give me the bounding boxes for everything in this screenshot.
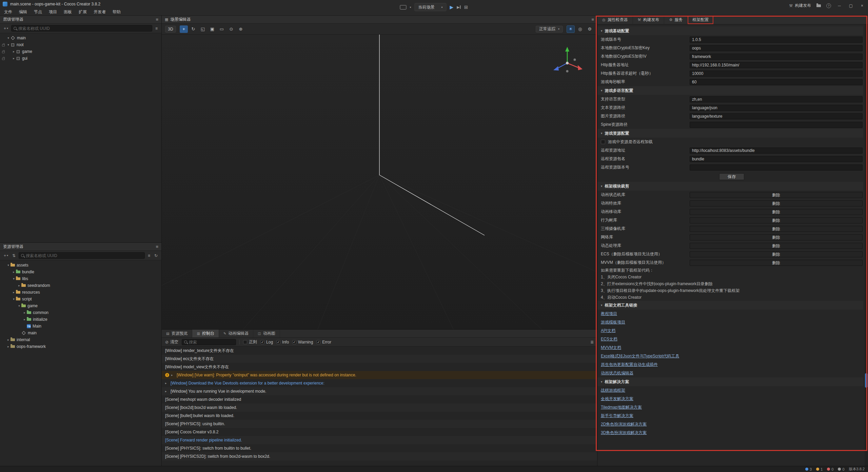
- world-icon[interactable]: ⊕: [237, 25, 245, 33]
- expand-arrow-icon[interactable]: ▸: [6, 338, 11, 341]
- filter-log[interactable]: ✓Log: [260, 340, 273, 345]
- lock-icon[interactable]: [2, 58, 5, 60]
- log-row[interactable]: [Scene] [box2d]:box2d wasm lib loaded.: [162, 404, 597, 412]
- menu-item[interactable]: 项目: [45, 8, 60, 16]
- delete-button[interactable]: 删除: [690, 260, 863, 266]
- expand-arrow-icon[interactable]: ▸: [165, 390, 168, 393]
- section-header[interactable]: ▾框架解决方案: [597, 377, 863, 386]
- mode-3d-button[interactable]: 3D: [165, 26, 176, 33]
- scale-tool-icon[interactable]: ◱: [199, 25, 207, 33]
- delete-button[interactable]: 删除: [690, 251, 863, 257]
- log-row[interactable]: !▸[Window] [Vue warn]: Property "onInput…: [162, 371, 597, 379]
- clear-console-button[interactable]: ⊘ 清空: [165, 339, 178, 345]
- console-tab[interactable]: ✎动画编辑器: [219, 330, 253, 337]
- rotate-tool-icon[interactable]: ↻: [189, 25, 197, 33]
- menu-icon[interactable]: ≡: [591, 17, 594, 22]
- gizmo-mode-select[interactable]: 正常追踪 ▾: [536, 26, 563, 33]
- gear-icon[interactable]: ⚙: [586, 25, 594, 33]
- expand-arrow-icon[interactable]: ▾: [17, 304, 21, 308]
- camera-icon[interactable]: ◎: [576, 25, 584, 33]
- hierarchy-node[interactable]: ▸game: [0, 48, 161, 55]
- add-node-button[interactable]: +▾: [3, 25, 9, 32]
- console-search-input[interactable]: [189, 340, 234, 345]
- checkbox[interactable]: ✓: [276, 340, 280, 344]
- log-row[interactable]: [Scene] Cocos Creator v3.8.2: [162, 428, 597, 436]
- inspector-tab[interactable]: ⚙服务: [664, 16, 688, 24]
- menu-item[interactable]: 扩展: [75, 8, 90, 16]
- scrollbar-thumb[interactable]: [865, 373, 868, 388]
- filter-warning[interactable]: ✓Warning: [292, 340, 313, 345]
- inspector-tab[interactable]: 框架配置: [688, 16, 714, 24]
- move-tool-icon[interactable]: +: [180, 25, 188, 33]
- maximize-button[interactable]: ▢: [848, 3, 854, 8]
- assets-search-input[interactable]: [26, 253, 142, 258]
- expand-arrow-icon[interactable]: ▾: [12, 297, 16, 301]
- play-button[interactable]: ▶: [450, 4, 454, 10]
- refresh-icon[interactable]: ↻: [153, 253, 159, 259]
- property-input[interactable]: [690, 122, 863, 128]
- framework-link[interactable]: 游戏模板项目: [601, 319, 625, 325]
- log-row[interactable]: [Scene] [PHYSICS2D]: switch from box2d-w…: [162, 452, 597, 460]
- error-count[interactable]: 0: [827, 467, 833, 471]
- expand-arrow-icon[interactable]: ▸: [12, 50, 16, 53]
- delete-button[interactable]: 删除: [690, 217, 863, 223]
- hierarchy-node[interactable]: ▾root: [0, 41, 161, 48]
- property-input[interactable]: [690, 164, 863, 171]
- rect-tool-icon[interactable]: ▣: [208, 25, 216, 33]
- expand-arrow-icon[interactable]: ▸: [22, 318, 27, 321]
- menu-icon[interactable]: ≡: [156, 244, 158, 249]
- save-button[interactable]: 保存: [719, 173, 744, 180]
- log-file-icon[interactable]: ≣: [590, 340, 594, 345]
- property-input[interactable]: [690, 54, 863, 60]
- step-button[interactable]: ▶: [457, 5, 460, 9]
- log-row[interactable]: [Window] model_view文件夹不存在: [162, 363, 597, 371]
- log-row[interactable]: [Window] ecs文件夹不存在: [162, 355, 597, 363]
- delete-button[interactable]: 删除: [690, 192, 863, 198]
- expand-arrow-icon[interactable]: ▸: [22, 311, 27, 314]
- close-button[interactable]: ×: [860, 3, 865, 8]
- light-icon[interactable]: ☀: [567, 25, 575, 33]
- log-row[interactable]: ▸[Window] Download the Vue Devtools exte…: [162, 379, 597, 387]
- property-input[interactable]: [690, 96, 863, 102]
- checkbox[interactable]: ✓: [292, 340, 296, 344]
- expand-arrow-icon[interactable]: ▸: [165, 381, 168, 385]
- help-icon[interactable]: ?: [826, 3, 831, 8]
- lock-icon[interactable]: [2, 51, 5, 53]
- assets-searchbox[interactable]: [19, 252, 145, 259]
- asset-node[interactable]: ▸resources: [0, 289, 161, 296]
- menu-item[interactable]: 节点: [31, 8, 45, 16]
- delete-button[interactable]: 删除: [690, 243, 863, 249]
- expand-arrow-icon[interactable]: ▸: [12, 270, 16, 274]
- framework-link[interactable]: 教程项目: [601, 311, 617, 317]
- expand-arrow-icon[interactable]: ▸: [6, 345, 11, 348]
- regex-toggle[interactable]: 正则: [243, 339, 257, 345]
- pivot-icon[interactable]: ⊙: [227, 25, 235, 33]
- menu-item[interactable]: 编辑: [16, 8, 31, 16]
- notice-count[interactable]: 0: [838, 467, 844, 471]
- framework-link[interactable]: 2D角色扮演游戏解决方案: [601, 421, 647, 427]
- framework-link[interactable]: MVVM文档: [601, 345, 621, 351]
- axis-gizmo[interactable]: [548, 43, 585, 80]
- section-header[interactable]: ▾游戏资源配置: [597, 129, 863, 138]
- build-publish-button[interactable]: ⚒构建发布: [789, 3, 811, 8]
- property-input[interactable]: [690, 156, 863, 162]
- filter-icon[interactable]: ≡: [147, 253, 151, 259]
- sort-icon[interactable]: ⇅: [11, 253, 17, 259]
- asset-node[interactable]: ▸common: [0, 309, 161, 316]
- log-row[interactable]: [Scene] [PHYSICS]: using builtin.: [162, 420, 597, 428]
- hierarchy-searchbox[interactable]: [11, 25, 152, 32]
- property-input[interactable]: [690, 37, 863, 43]
- property-input[interactable]: [690, 62, 863, 68]
- asset-node[interactable]: ▸internal: [0, 336, 161, 343]
- menu-item[interactable]: 帮助: [109, 8, 124, 16]
- checkbox[interactable]: ✓: [260, 340, 264, 344]
- delete-button[interactable]: 删除: [690, 234, 863, 240]
- expand-arrow-icon[interactable]: ▸: [17, 284, 21, 287]
- warning-count[interactable]: 1: [816, 467, 823, 471]
- section-header[interactable]: ▾框架模块裁剪: [597, 182, 863, 191]
- asset-node[interactable]: ▾assets: [0, 262, 161, 269]
- framework-link[interactable]: 原生包热更新配置自动生成插件: [601, 362, 658, 368]
- console-searchbox[interactable]: [182, 339, 236, 345]
- checkbox[interactable]: [243, 340, 247, 344]
- filter-error[interactable]: ✓Error: [316, 340, 331, 345]
